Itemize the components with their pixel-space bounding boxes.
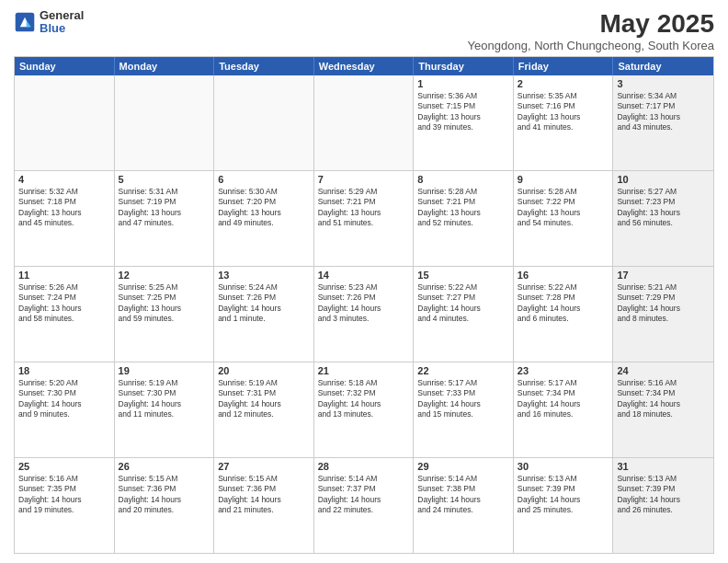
day-number: 14: [318, 270, 410, 281]
day-info: Sunrise: 5:22 AM Sunset: 7:27 PM Dayligh…: [417, 282, 509, 325]
day-number: 27: [218, 461, 310, 472]
cal-day-30: 30Sunrise: 5:13 AM Sunset: 7:39 PM Dayli…: [514, 458, 614, 553]
day-info: Sunrise: 5:19 AM Sunset: 7:31 PM Dayligh…: [218, 378, 310, 420]
day-info: Sunrise: 5:18 AM Sunset: 7:32 PM Dayligh…: [318, 378, 410, 420]
cal-day-31: 31Sunrise: 5:13 AM Sunset: 7:39 PM Dayli…: [613, 458, 713, 553]
calendar-row-0: 1Sunrise: 5:36 AM Sunset: 7:15 PM Daylig…: [15, 75, 713, 171]
cal-day-6: 6Sunrise: 5:30 AM Sunset: 7:20 PM Daylig…: [214, 171, 314, 266]
page: General Blue May 2025 Yeongdong, North C…: [0, 0, 728, 563]
cal-day-15: 15Sunrise: 5:22 AM Sunset: 7:27 PM Dayli…: [414, 267, 514, 362]
day-info: Sunrise: 5:19 AM Sunset: 7:30 PM Dayligh…: [119, 378, 210, 420]
cal-day-26: 26Sunrise: 5:15 AM Sunset: 7:36 PM Dayli…: [115, 458, 215, 553]
day-info: Sunrise: 5:26 AM Sunset: 7:24 PM Dayligh…: [18, 282, 110, 325]
day-number: 8: [417, 174, 509, 185]
day-number: 19: [119, 365, 210, 376]
logo: General Blue: [14, 9, 84, 36]
day-number: 13: [218, 270, 310, 281]
cal-day-empty-0-1: [115, 75, 215, 170]
day-number: 18: [18, 365, 110, 376]
cal-day-25: 25Sunrise: 5:16 AM Sunset: 7:35 PM Dayli…: [15, 458, 115, 553]
calendar: SundayMondayTuesdayWednesdayThursdayFrid…: [14, 56, 714, 554]
cal-day-16: 16Sunrise: 5:22 AM Sunset: 7:28 PM Dayli…: [514, 267, 614, 362]
calendar-header: SundayMondayTuesdayWednesdayThursdayFrid…: [15, 57, 713, 75]
day-info: Sunrise: 5:32 AM Sunset: 7:18 PM Dayligh…: [18, 187, 110, 229]
day-info: Sunrise: 5:31 AM Sunset: 7:19 PM Dayligh…: [119, 187, 210, 229]
cal-day-17: 17Sunrise: 5:21 AM Sunset: 7:29 PM Dayli…: [613, 267, 713, 362]
calendar-row-2: 11Sunrise: 5:26 AM Sunset: 7:24 PM Dayli…: [15, 267, 713, 362]
day-info: Sunrise: 5:14 AM Sunset: 7:37 PM Dayligh…: [318, 474, 410, 516]
day-number: 12: [119, 270, 210, 281]
cal-day-22: 22Sunrise: 5:17 AM Sunset: 7:33 PM Dayli…: [414, 362, 514, 457]
cal-day-14: 14Sunrise: 5:23 AM Sunset: 7:26 PM Dayli…: [314, 267, 415, 362]
calendar-body: 1Sunrise: 5:36 AM Sunset: 7:15 PM Daylig…: [15, 75, 713, 553]
day-info: Sunrise: 5:13 AM Sunset: 7:39 PM Dayligh…: [518, 474, 609, 516]
cal-day-7: 7Sunrise: 5:29 AM Sunset: 7:21 PM Daylig…: [314, 171, 415, 266]
day-info: Sunrise: 5:20 AM Sunset: 7:30 PM Dayligh…: [18, 378, 110, 420]
subtitle: Yeongdong, North Chungcheong, South Kore…: [468, 39, 714, 52]
day-number: 7: [318, 174, 410, 185]
day-info: Sunrise: 5:17 AM Sunset: 7:34 PM Dayligh…: [518, 378, 609, 420]
day-number: 28: [318, 461, 410, 472]
day-number: 26: [119, 461, 210, 472]
cal-day-9: 9Sunrise: 5:28 AM Sunset: 7:22 PM Daylig…: [514, 171, 614, 266]
cal-day-20: 20Sunrise: 5:19 AM Sunset: 7:31 PM Dayli…: [214, 362, 314, 457]
day-number: 24: [617, 365, 710, 376]
cal-day-28: 28Sunrise: 5:14 AM Sunset: 7:37 PM Dayli…: [314, 458, 415, 553]
day-number: 6: [218, 174, 310, 185]
day-number: 11: [18, 270, 110, 281]
weekday-header-friday: Friday: [514, 57, 614, 75]
logo-icon: [14, 11, 36, 33]
cal-day-29: 29Sunrise: 5:14 AM Sunset: 7:38 PM Dayli…: [414, 458, 514, 553]
weekday-header-saturday: Saturday: [613, 57, 713, 75]
day-info: Sunrise: 5:21 AM Sunset: 7:29 PM Dayligh…: [617, 282, 710, 325]
cal-day-18: 18Sunrise: 5:20 AM Sunset: 7:30 PM Dayli…: [15, 362, 115, 457]
day-info: Sunrise: 5:30 AM Sunset: 7:20 PM Dayligh…: [218, 187, 310, 229]
weekday-header-thursday: Thursday: [414, 57, 514, 75]
day-info: Sunrise: 5:13 AM Sunset: 7:39 PM Dayligh…: [617, 474, 710, 516]
day-number: 10: [617, 174, 710, 185]
weekday-header-sunday: Sunday: [15, 57, 115, 75]
logo-text: General Blue: [40, 9, 84, 36]
day-info: Sunrise: 5:23 AM Sunset: 7:26 PM Dayligh…: [318, 282, 410, 325]
main-title: May 2025: [468, 9, 714, 39]
day-info: Sunrise: 5:15 AM Sunset: 7:36 PM Dayligh…: [119, 474, 210, 516]
day-info: Sunrise: 5:27 AM Sunset: 7:23 PM Dayligh…: [617, 187, 710, 229]
day-number: 21: [318, 365, 410, 376]
cal-day-empty-0-3: [314, 75, 415, 170]
day-number: 23: [518, 365, 609, 376]
day-info: Sunrise: 5:36 AM Sunset: 7:15 PM Dayligh…: [417, 91, 509, 133]
day-number: 9: [518, 174, 609, 185]
day-number: 16: [518, 270, 609, 281]
day-info: Sunrise: 5:15 AM Sunset: 7:36 PM Dayligh…: [218, 474, 310, 516]
calendar-row-4: 25Sunrise: 5:16 AM Sunset: 7:35 PM Dayli…: [15, 458, 713, 553]
calendar-row-1: 4Sunrise: 5:32 AM Sunset: 7:18 PM Daylig…: [15, 171, 713, 267]
cal-day-23: 23Sunrise: 5:17 AM Sunset: 7:34 PM Dayli…: [514, 362, 614, 457]
weekday-header-monday: Monday: [115, 57, 215, 75]
day-info: Sunrise: 5:35 AM Sunset: 7:16 PM Dayligh…: [518, 91, 609, 133]
cal-day-10: 10Sunrise: 5:27 AM Sunset: 7:23 PM Dayli…: [613, 171, 713, 266]
day-info: Sunrise: 5:14 AM Sunset: 7:38 PM Dayligh…: [417, 474, 509, 516]
day-info: Sunrise: 5:29 AM Sunset: 7:21 PM Dayligh…: [318, 187, 410, 229]
logo-blue: Blue: [40, 22, 84, 35]
day-number: 30: [518, 461, 609, 472]
cal-day-empty-0-2: [214, 75, 314, 170]
day-number: 2: [518, 78, 609, 89]
day-info: Sunrise: 5:28 AM Sunset: 7:21 PM Dayligh…: [417, 187, 509, 229]
day-info: Sunrise: 5:16 AM Sunset: 7:35 PM Dayligh…: [18, 474, 110, 516]
cal-day-11: 11Sunrise: 5:26 AM Sunset: 7:24 PM Dayli…: [15, 267, 115, 362]
cal-day-5: 5Sunrise: 5:31 AM Sunset: 7:19 PM Daylig…: [115, 171, 215, 266]
header: General Blue May 2025 Yeongdong, North C…: [14, 9, 714, 52]
day-number: 15: [417, 270, 509, 281]
day-info: Sunrise: 5:17 AM Sunset: 7:33 PM Dayligh…: [417, 378, 509, 420]
day-number: 1: [417, 78, 509, 89]
logo-general: General: [40, 9, 84, 22]
cal-day-4: 4Sunrise: 5:32 AM Sunset: 7:18 PM Daylig…: [15, 171, 115, 266]
day-number: 25: [18, 461, 110, 472]
cal-day-21: 21Sunrise: 5:18 AM Sunset: 7:32 PM Dayli…: [314, 362, 415, 457]
weekday-header-wednesday: Wednesday: [314, 57, 415, 75]
cal-day-13: 13Sunrise: 5:24 AM Sunset: 7:26 PM Dayli…: [214, 267, 314, 362]
day-info: Sunrise: 5:24 AM Sunset: 7:26 PM Dayligh…: [218, 282, 310, 325]
day-number: 3: [617, 78, 710, 89]
cal-day-2: 2Sunrise: 5:35 AM Sunset: 7:16 PM Daylig…: [514, 75, 614, 170]
weekday-header-tuesday: Tuesday: [214, 57, 314, 75]
